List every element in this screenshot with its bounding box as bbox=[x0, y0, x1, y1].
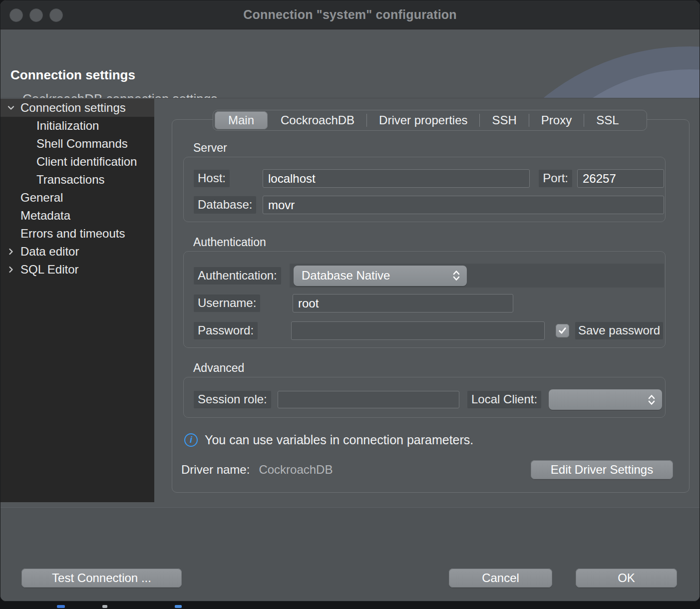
sidebar-item-transactions[interactable]: Transactions bbox=[0, 171, 154, 189]
local-client-select[interactable] bbox=[549, 389, 662, 410]
chevron-right-icon[interactable] bbox=[4, 247, 17, 257]
settings-tree: Connection settings Initialization Shell… bbox=[0, 99, 154, 502]
sidebar-item-label: Data editor bbox=[20, 245, 79, 259]
minimize-window-button[interactable] bbox=[29, 8, 43, 22]
port-input[interactable] bbox=[577, 169, 664, 188]
window-controls bbox=[9, 0, 63, 29]
title-bar[interactable]: Connection "system" configuration bbox=[0, 0, 700, 29]
advanced-group: Session role: Local Client: bbox=[183, 377, 666, 418]
combo-arrows-icon bbox=[452, 269, 461, 282]
sidebar-item-connection-settings[interactable]: Connection settings bbox=[0, 99, 154, 117]
chevron-down-icon[interactable] bbox=[4, 103, 17, 113]
dock-icon-fragment bbox=[57, 605, 65, 608]
advanced-group-label: Advanced bbox=[193, 361, 679, 375]
tab-ssl[interactable]: SSL bbox=[584, 110, 631, 130]
authentication-method-label: Authentication: bbox=[194, 267, 290, 285]
window-title: Connection "system" configuration bbox=[243, 7, 457, 22]
sidebar-item-label: Connection settings bbox=[20, 101, 126, 115]
sidebar-item-errors-and-timeouts[interactable]: Errors and timeouts bbox=[0, 225, 154, 243]
username-input[interactable] bbox=[293, 294, 513, 312]
combo-arrows-icon bbox=[647, 393, 656, 406]
save-password-label: Save password bbox=[575, 322, 664, 339]
sidebar-item-label: Client identification bbox=[36, 155, 137, 169]
sidebar-item-label: General bbox=[20, 191, 63, 205]
cancel-button[interactable]: Cancel bbox=[449, 569, 552, 588]
sidebar-item-sql-editor[interactable]: SQL Editor bbox=[0, 261, 154, 279]
tab-proxy[interactable]: Proxy bbox=[529, 110, 584, 130]
edit-driver-settings-button[interactable]: Edit Driver Settings bbox=[531, 460, 673, 479]
database-label: Database: bbox=[194, 196, 263, 214]
tab-main[interactable]: Main bbox=[215, 111, 268, 129]
connection-configuration-dialog: Connection "system" configuration Connec… bbox=[0, 0, 700, 602]
info-icon: i bbox=[184, 433, 198, 447]
close-window-button[interactable] bbox=[9, 8, 23, 22]
authentication-method-select[interactable]: Database Native bbox=[294, 266, 467, 286]
ok-button[interactable]: OK bbox=[576, 569, 677, 588]
connection-tabs: Main CockroachDB Driver properties SSH P… bbox=[213, 110, 647, 131]
dialog-body: Connection settings Initialization Shell… bbox=[0, 99, 700, 507]
password-input[interactable] bbox=[291, 321, 545, 340]
authentication-group: Authentication: Database Native bbox=[183, 251, 666, 348]
sidebar-item-label: SQL Editor bbox=[20, 263, 79, 277]
driver-row: Driver name: CockroachDB Edit Driver Set… bbox=[183, 460, 679, 479]
dock-icon-fragment bbox=[102, 605, 107, 608]
sidebar-item-label: Transactions bbox=[36, 173, 105, 187]
server-group-label: Server bbox=[193, 141, 679, 155]
chevron-right-icon[interactable] bbox=[4, 265, 17, 275]
variables-hint-text: You can use variables in connection para… bbox=[205, 433, 473, 447]
database-input[interactable] bbox=[263, 196, 664, 214]
sidebar-item-label: Initialization bbox=[36, 119, 99, 133]
sidebar-item-metadata[interactable]: Metadata bbox=[0, 207, 154, 225]
sidebar-item-label: Errors and timeouts bbox=[20, 227, 125, 241]
sidebar-item-general[interactable]: General bbox=[0, 189, 154, 207]
tab-cockroachdb[interactable]: CockroachDB bbox=[269, 110, 366, 130]
driver-name-value: CockroachDB bbox=[259, 463, 333, 477]
save-password-checkbox[interactable] bbox=[556, 324, 569, 337]
test-connection-button[interactable]: Test Connection ... bbox=[21, 569, 182, 588]
variables-hint-row: i You can use variables in connection pa… bbox=[184, 433, 679, 447]
sidebar-item-data-editor[interactable]: Data editor bbox=[0, 243, 154, 261]
sidebar-item-shell-commands[interactable]: Shell Commands bbox=[0, 135, 154, 153]
dock-icon-fragment bbox=[175, 605, 182, 608]
session-role-input[interactable] bbox=[278, 391, 459, 408]
sidebar-item-label: Shell Commands bbox=[36, 137, 128, 151]
tab-driver-properties[interactable]: Driver properties bbox=[367, 110, 479, 130]
dialog-header: Connection settings CockroachDB connecti… bbox=[0, 29, 700, 98]
driver-name-label: Driver name: bbox=[181, 463, 250, 477]
main-settings-pane: Main CockroachDB Driver properties SSH P… bbox=[154, 99, 700, 507]
authentication-method-row: Database Native bbox=[290, 264, 664, 288]
port-label: Port: bbox=[539, 170, 572, 187]
dialog-footer: Test Connection ... Cancel OK bbox=[0, 507, 700, 602]
authentication-method-value: Database Native bbox=[302, 269, 390, 283]
tab-ssh[interactable]: SSH bbox=[480, 110, 528, 130]
sidebar-item-label: Metadata bbox=[20, 209, 70, 223]
username-label: Username: bbox=[194, 295, 293, 312]
desktop-background: Connection "system" configuration Connec… bbox=[0, 0, 700, 609]
password-label: Password: bbox=[194, 322, 291, 339]
zoom-window-button[interactable] bbox=[49, 8, 63, 22]
host-input[interactable] bbox=[263, 169, 530, 188]
page-subtitle: CockroachDB connection settings bbox=[22, 91, 217, 98]
host-label: Host: bbox=[194, 170, 263, 187]
server-group: Host: Port: Database: bbox=[183, 157, 666, 222]
page-title: Connection settings bbox=[10, 67, 135, 83]
sidebar-item-client-identification[interactable]: Client identification bbox=[0, 153, 154, 171]
main-tab-panel: Server Host: Port: Database: bbox=[172, 119, 690, 493]
session-role-label: Session role: bbox=[194, 391, 278, 408]
authentication-group-label: Authentication bbox=[193, 235, 679, 249]
sidebar-item-initialization[interactable]: Initialization bbox=[0, 117, 154, 135]
local-client-label: Local Client: bbox=[467, 391, 541, 408]
